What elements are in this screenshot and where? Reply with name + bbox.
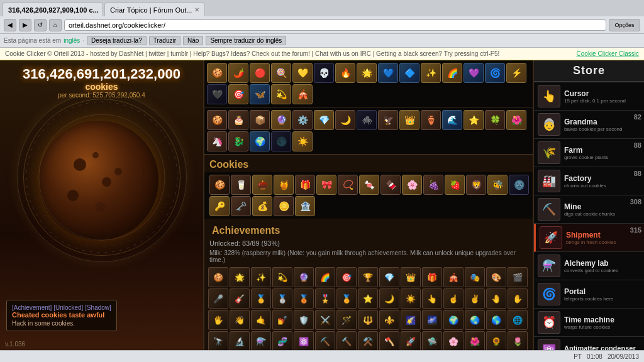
translate-button[interactable]: Traduzir <box>149 36 180 45</box>
tab-close-1[interactable]: ✕ <box>101 6 103 13</box>
ach-32[interactable]: 👋 <box>230 310 250 330</box>
home-button[interactable]: ⌂ <box>49 19 62 31</box>
translate-query-button[interactable]: Deseja traduzi-la? <box>87 36 147 45</box>
ach-40[interactable]: 🌠 <box>401 310 421 330</box>
cookie-item-19[interactable]: 🪙 <box>274 196 294 216</box>
ach-16[interactable]: 🎤 <box>208 288 228 309</box>
cookie-upgrade-3[interactable]: 📦 <box>250 110 270 130</box>
cookie-upgrade-19[interactable]: 🌑 <box>271 131 291 151</box>
cookie-upgrade-17[interactable]: 🐉 <box>228 131 248 151</box>
forward-button[interactable]: ▶ <box>19 19 31 31</box>
tab-close-2[interactable]: ✕ <box>194 6 199 13</box>
cookie-upgrade-10[interactable]: 👑 <box>399 110 419 130</box>
ach-51[interactable]: ⛏️ <box>315 331 335 350</box>
store-item-timemachine[interactable]: ⏰ Time machine warps future cookies <box>534 309 644 337</box>
cookie-upgrade-13[interactable]: ⭐ <box>464 110 484 130</box>
cookie-upgrade-18[interactable]: 🌍 <box>250 131 270 151</box>
upgrade-icon-12[interactable]: 🌈 <box>442 63 462 83</box>
ach-15[interactable]: 🎬 <box>508 267 528 287</box>
store-item-cursor[interactable]: 👆 Cursor 15 per click, 0.1 per second <box>534 82 644 111</box>
upgrade-icon-2[interactable]: 🌶️ <box>228 63 248 83</box>
upgrade-icon-4[interactable]: 🍭 <box>271 63 291 83</box>
cookie-item-4[interactable]: 🍯 <box>274 175 294 195</box>
ach-38[interactable]: 🔱 <box>358 310 378 330</box>
ach-57[interactable]: 🌸 <box>443 331 464 350</box>
ach-18[interactable]: 🥇 <box>251 288 271 309</box>
ach-44[interactable]: 🌎 <box>486 310 506 330</box>
upgrade-icon-19[interactable]: 💫 <box>271 84 291 104</box>
cookie-upgrade-4[interactable]: 🔮 <box>271 110 291 130</box>
upgrade-icon-14[interactable]: 🌀 <box>485 63 505 83</box>
cookie-item-2[interactable]: 🥛 <box>231 175 251 195</box>
ach-27[interactable]: ☝️ <box>443 288 464 309</box>
options-button[interactable]: Opções <box>609 19 640 31</box>
ach-59[interactable]: 🌻 <box>486 331 506 350</box>
upgrade-icon-10[interactable]: 🔷 <box>399 63 419 83</box>
ach-7[interactable]: 🎯 <box>336 267 357 287</box>
store-item-grandma[interactable]: 👵 Grandma bakes cookies per second 82 <box>534 111 644 139</box>
cookie-item-7[interactable]: 📿 <box>338 175 358 195</box>
ach-54[interactable]: 🪓 <box>379 331 399 350</box>
store-item-alchemy[interactable]: ⚗️ Alchemy lab converts gold to cookies <box>534 252 644 280</box>
ach-17[interactable]: 🎸 <box>230 288 250 309</box>
upgrade-icon-1[interactable]: 🍪 <box>207 63 227 83</box>
store-item-mine[interactable]: ⛏️ Mine digs out cookie chunks 308 <box>534 195 644 224</box>
upgrade-icon-20[interactable]: 🎪 <box>292 84 313 104</box>
upgrade-icon-6[interactable]: 💀 <box>314 63 334 83</box>
cookie-item-9[interactable]: 🍫 <box>380 175 401 195</box>
cookie-item-17[interactable]: 🗝️ <box>231 196 251 216</box>
ach-1[interactable]: 🍪 <box>208 267 228 287</box>
cookie-item-6[interactable]: 🎀 <box>316 175 336 195</box>
upgrade-icon-15[interactable]: ⚡ <box>506 63 526 83</box>
upgrade-icon-18[interactable]: 🦋 <box>250 84 270 104</box>
store-item-antimatter[interactable]: ⚛️ Antimatter condenser condenses antima… <box>534 337 644 350</box>
cookie-upgrade-11[interactable]: 🏺 <box>421 110 441 130</box>
ach-53[interactable]: ⚒️ <box>358 331 378 350</box>
ach-58[interactable]: 🌺 <box>465 331 485 350</box>
ach-41[interactable]: 🌌 <box>422 310 442 330</box>
ach-2[interactable]: 🌟 <box>230 267 250 287</box>
cookie-item-12[interactable]: 🍓 <box>445 175 465 195</box>
ach-50[interactable]: ⚛️ <box>294 331 314 350</box>
ach-55[interactable]: 🚀 <box>401 331 421 350</box>
cookie-upgrade-20[interactable]: ☀️ <box>292 131 313 151</box>
upgrade-icon-7[interactable]: 🔥 <box>335 63 355 83</box>
ach-28[interactable]: ✌️ <box>465 288 485 309</box>
ach-12[interactable]: 🎪 <box>443 267 464 287</box>
cookie-item-18[interactable]: 💰 <box>252 196 272 216</box>
ach-30[interactable]: ✋ <box>508 288 528 309</box>
cookie-upgrade-12[interactable]: 🌊 <box>442 110 462 130</box>
store-item-portal[interactable]: 🌀 Portal teleports cookies here <box>534 280 644 309</box>
tab-cookie-clicker[interactable]: 316,426,260,927,909,100 c... ✕ <box>3 3 103 16</box>
ach-24[interactable]: 🌙 <box>379 288 399 309</box>
cookie-upgrade-15[interactable]: 🌺 <box>506 110 526 130</box>
cookie-item-13[interactable]: 🦁 <box>466 175 486 195</box>
cookie-upgrade-5[interactable]: ⚙️ <box>292 110 313 130</box>
cookie-item-11[interactable]: 🍇 <box>423 175 443 195</box>
ach-21[interactable]: 🎖️ <box>315 288 335 309</box>
classic-link[interactable]: Cookie Clicker Classic <box>577 50 639 57</box>
ach-37[interactable]: 🪄 <box>336 310 357 330</box>
ach-45[interactable]: 🌐 <box>508 310 528 330</box>
store-item-shipment[interactable]: 🚀 Shipment brings in fresh cookies 315 <box>534 224 644 252</box>
ach-6[interactable]: 🌈 <box>315 267 335 287</box>
ach-25[interactable]: ☀️ <box>401 288 421 309</box>
ach-48[interactable]: ⚗️ <box>251 331 271 350</box>
big-cookie[interactable] <box>39 121 158 240</box>
ach-36[interactable]: ⚔️ <box>315 310 335 330</box>
cookie-item-15[interactable]: 🌚 <box>509 175 529 195</box>
upgrade-icon-16[interactable]: 🖤 <box>207 84 227 104</box>
ach-3[interactable]: ✨ <box>251 267 271 287</box>
back-button[interactable]: ◀ <box>4 19 16 31</box>
cookie-upgrade-16[interactable]: 🦄 <box>207 131 227 151</box>
ach-43[interactable]: 🌏 <box>465 310 485 330</box>
ach-14[interactable]: 🎨 <box>486 267 506 287</box>
ach-39[interactable]: ⚜️ <box>379 310 399 330</box>
upgrade-icon-3[interactable]: 🔴 <box>250 63 270 83</box>
ach-33[interactable]: 🤙 <box>251 310 271 330</box>
ach-26[interactable]: 👆 <box>422 288 442 309</box>
ach-23[interactable]: ⭐ <box>358 288 378 309</box>
cookie-upgrade-2[interactable]: 🎂 <box>228 110 248 130</box>
upgrade-icon-8[interactable]: 🌟 <box>357 63 377 83</box>
ach-9[interactable]: 💎 <box>379 267 399 287</box>
